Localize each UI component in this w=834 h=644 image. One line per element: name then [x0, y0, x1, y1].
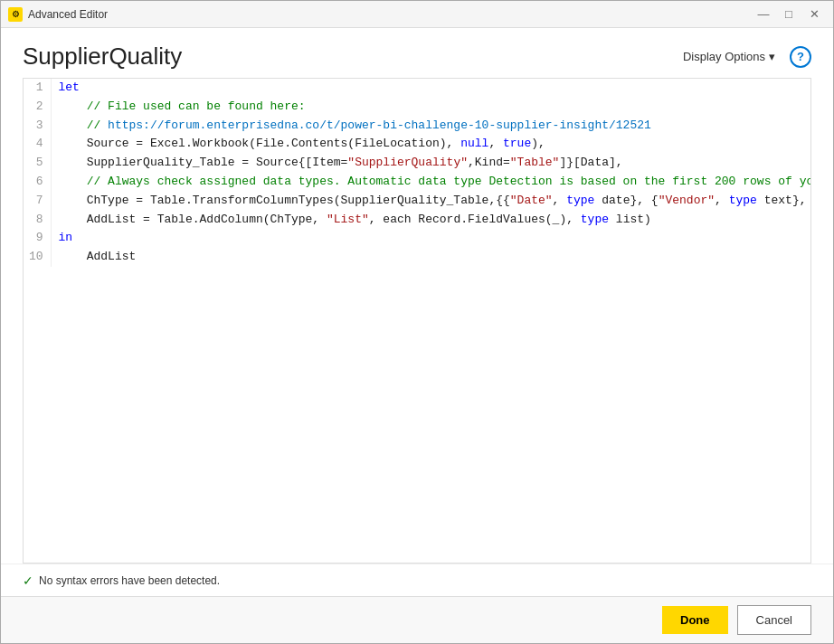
status-text: No syntax errors have been detected.: [39, 574, 220, 587]
table-row: 9 in: [24, 229, 811, 248]
table-row: 2 // File used can be found here:: [24, 98, 811, 117]
table-row: 5 SupplierQuality_Table = Source{[Item="…: [24, 154, 811, 173]
line-number: 1: [24, 79, 51, 98]
display-options-button[interactable]: Display Options ▾: [676, 46, 782, 67]
minimize-button[interactable]: —: [752, 5, 775, 24]
line-number: 7: [24, 192, 51, 211]
table-row: 8 AddList = Table.AddColumn(ChType, "Lis…: [24, 211, 811, 230]
table-row: 10 AddList: [24, 248, 811, 267]
window-icon: ⚙: [8, 7, 23, 22]
line-number: 4: [24, 135, 51, 154]
table-row: 1 let: [24, 79, 811, 98]
code-table: 1 let 2 // File used can be found here: …: [24, 79, 811, 267]
table-row: 4 Source = Excel.Workbook(File.Contents(…: [24, 135, 811, 154]
window-controls: — □ ✕: [752, 5, 826, 24]
code-content: let: [51, 79, 811, 98]
cancel-button[interactable]: Cancel: [737, 605, 811, 635]
help-button[interactable]: ?: [790, 46, 811, 68]
status-bar: ✓ No syntax errors have been detected.: [1, 564, 833, 596]
done-button[interactable]: Done: [662, 606, 728, 634]
footer: Done Cancel: [1, 596, 833, 643]
code-content: AddList: [51, 248, 811, 267]
status-icon: ✓: [23, 573, 33, 588]
table-row: 7 ChType = Table.TransformColumnTypes(Su…: [24, 192, 811, 211]
advanced-editor-window: ⚙ Advanced Editor — □ ✕ SupplierQuality …: [0, 0, 834, 644]
title-bar: ⚙ Advanced Editor — □ ✕: [1, 1, 833, 28]
line-number: 3: [24, 117, 51, 136]
code-content: // Always check assigned data types. Aut…: [51, 173, 811, 192]
line-number: 8: [24, 211, 51, 230]
query-title: SupplierQuality: [23, 43, 182, 71]
line-number: 6: [24, 173, 51, 192]
code-content: Source = Excel.Workbook(File.Contents(Fi…: [51, 135, 811, 154]
line-number: 10: [24, 248, 51, 267]
code-content: ChType = Table.TransformColumnTypes(Supp…: [51, 192, 811, 211]
table-row: 6 // Always check assigned data types. A…: [24, 173, 811, 192]
close-button[interactable]: ✕: [802, 5, 826, 24]
chevron-down-icon: ▾: [769, 50, 775, 63]
maximize-button[interactable]: □: [777, 5, 801, 24]
display-options-label: Display Options: [683, 50, 765, 63]
code-content: SupplierQuality_Table = Source{[Item="Su…: [51, 154, 811, 173]
line-number: 9: [24, 229, 51, 248]
line-number: 5: [24, 154, 51, 173]
editor-header: SupplierQuality Display Options ▾ ?: [1, 28, 833, 78]
code-content: // File used can be found here:: [51, 98, 811, 117]
table-row: 3 // https://forum.enterprisedna.co/t/po…: [24, 117, 811, 136]
code-content: AddList = Table.AddColumn(ChType, "List"…: [51, 211, 811, 230]
line-number: 2: [24, 98, 51, 117]
code-content: // https://forum.enterprisedna.co/t/powe…: [51, 117, 811, 136]
header-actions: Display Options ▾ ?: [676, 46, 811, 68]
code-editor[interactable]: 1 let 2 // File used can be found here: …: [23, 78, 811, 564]
code-content: in: [51, 229, 811, 248]
window-title: Advanced Editor: [28, 8, 752, 21]
